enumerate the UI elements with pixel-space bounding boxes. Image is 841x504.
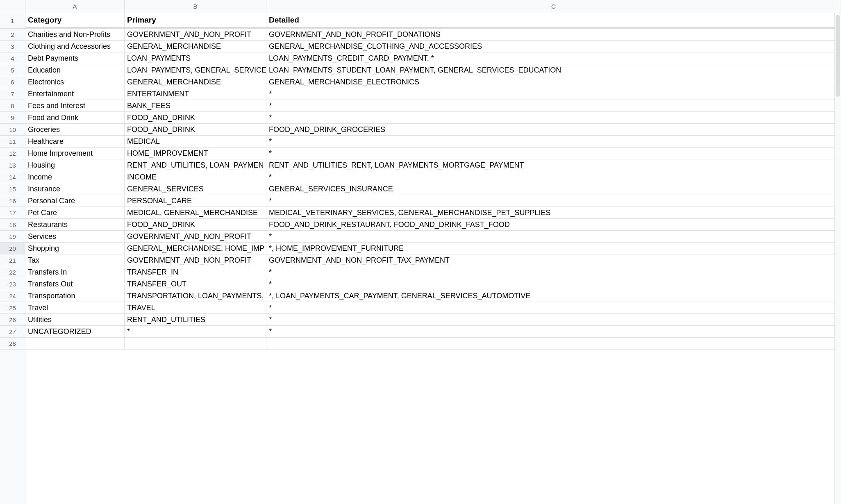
vertical-scrollbar[interactable] — [834, 13, 841, 504]
cell[interactable]: Shopping — [25, 243, 125, 254]
cell[interactable]: Restaurants — [25, 219, 125, 230]
cell[interactable]: MEDICAL, GENERAL_MERCHANDISE — [125, 207, 266, 218]
cell[interactable]: GOVERNMENT_AND_NON_PROFIT — [125, 254, 266, 266]
cell[interactable]: TRANSFER_OUT — [125, 278, 266, 290]
cell[interactable]: Housing — [25, 159, 125, 171]
cell[interactable]: MEDICAL — [125, 136, 266, 147]
cell[interactable]: TRAVEL — [125, 302, 266, 313]
row-header[interactable]: 18 — [0, 219, 25, 231]
cell[interactable]: RENT_AND_UTILITIES — [125, 314, 266, 325]
cell[interactable]: Pet Care — [25, 207, 125, 218]
cell[interactable]: LOAN_PAYMENTS_STUDENT_LOAN_PAYMENT, GENE… — [266, 64, 841, 76]
row-header[interactable]: 10 — [0, 124, 25, 136]
cell[interactable]: Transportation — [25, 290, 125, 302]
cell[interactable]: * — [266, 100, 841, 111]
cell[interactable]: Clothing and Accessories — [25, 41, 125, 52]
cell[interactable]: Travel — [25, 302, 125, 313]
cell[interactable]: * — [266, 302, 841, 313]
cell[interactable]: TRANSFER_IN — [125, 266, 266, 278]
cell[interactable]: * — [266, 195, 841, 207]
cell[interactable]: Education — [25, 64, 125, 76]
header-cell[interactable]: Category — [25, 13, 125, 27]
row-header[interactable]: 13 — [0, 159, 25, 171]
header-cell[interactable]: Detailed — [266, 13, 841, 27]
column-header-a[interactable]: A — [25, 0, 125, 13]
row-header[interactable]: 6 — [0, 76, 25, 88]
row-header[interactable]: 9 — [0, 112, 25, 124]
row-header[interactable]: 8 — [0, 100, 25, 112]
cell[interactable]: Personal Care — [25, 195, 125, 207]
cell[interactable] — [125, 338, 266, 349]
cell[interactable]: * — [266, 136, 841, 147]
cell[interactable]: BANK_FEES — [125, 100, 266, 111]
cell[interactable]: FOOD_AND_DRINK — [125, 124, 266, 135]
cell[interactable]: ENTERTAINMENT — [125, 88, 266, 100]
cell[interactable]: * — [266, 88, 841, 100]
cell[interactable]: MEDICAL_VETERINARY_SERVICES, GENERAL_MER… — [266, 207, 841, 218]
cell[interactable] — [266, 338, 841, 349]
cell[interactable]: GENERAL_MERCHANDISE — [125, 76, 266, 88]
row-header[interactable]: 14 — [0, 171, 25, 183]
row-header[interactable]: 7 — [0, 88, 25, 100]
row-header[interactable]: 21 — [0, 254, 25, 266]
row-header[interactable]: 26 — [0, 314, 25, 326]
cell[interactable]: Entertainment — [25, 88, 125, 100]
cell[interactable]: FOOD_AND_DRINK — [125, 219, 266, 230]
cell[interactable]: INCOME — [125, 171, 266, 183]
cell[interactable]: RENT_AND_UTILITIES_RENT, LOAN_PAYMENTS_M… — [266, 159, 841, 171]
cell[interactable]: Healthcare — [25, 136, 125, 147]
cell[interactable]: Charities and Non-Profits — [25, 29, 125, 40]
row-header[interactable]: 25 — [0, 302, 25, 314]
row-header[interactable]: 17 — [0, 207, 25, 219]
row-header[interactable]: 20 — [0, 243, 25, 254]
row-header[interactable]: 16 — [0, 195, 25, 207]
row-header[interactable]: 22 — [0, 266, 25, 278]
row-header[interactable]: 1 — [0, 13, 25, 29]
cell[interactable]: RENT_AND_UTILITIES, LOAN_PAYMEN — [125, 159, 266, 171]
row-header[interactable]: 5 — [0, 64, 25, 76]
row-header[interactable]: 12 — [0, 148, 25, 159]
column-header-b[interactable]: B — [125, 0, 266, 13]
cell[interactable]: GOVERNMENT_AND_NON_PROFIT_TAX_PAYMENT — [266, 254, 841, 266]
cell[interactable]: Tax — [25, 254, 125, 266]
cell[interactable]: UNCATEGORIZED — [25, 326, 125, 337]
column-header-c[interactable]: C — [266, 0, 841, 13]
cell[interactable]: GENERAL_SERVICES_INSURANCE — [266, 183, 841, 195]
cell[interactable]: *, LOAN_PAYMENTS_CAR_PAYMENT, GENERAL_SE… — [266, 290, 841, 302]
row-header[interactable]: 27 — [0, 326, 25, 338]
cell[interactable]: Services — [25, 231, 125, 242]
cell[interactable]: GOVERNMENT_AND_NON_PROFIT_DONATIONS — [266, 29, 841, 40]
row-header[interactable]: 15 — [0, 183, 25, 195]
cell[interactable]: GENERAL_MERCHANDISE_CLOTHING_AND_ACCESSO… — [266, 41, 841, 52]
cell[interactable]: GENERAL_SERVICES — [125, 183, 266, 195]
cell[interactable]: * — [266, 112, 841, 123]
cell[interactable]: LOAN_PAYMENTS, GENERAL_SERVICE — [125, 64, 266, 76]
row-header[interactable]: 23 — [0, 278, 25, 290]
row-header[interactable]: 3 — [0, 41, 25, 52]
cell[interactable]: * — [125, 326, 266, 337]
cell[interactable]: * — [266, 326, 841, 337]
select-all-corner[interactable] — [0, 0, 25, 13]
cell[interactable]: * — [266, 171, 841, 183]
row-header[interactable]: 28 — [0, 338, 25, 350]
cell[interactable]: GENERAL_MERCHANDISE_ELECTRONICS — [266, 76, 841, 88]
row-header[interactable]: 24 — [0, 290, 25, 302]
row-header[interactable]: 4 — [0, 52, 25, 64]
cell[interactable]: Fees and Interest — [25, 100, 125, 111]
cell[interactable]: LOAN_PAYMENTS — [125, 52, 266, 64]
cell[interactable]: Debt Payments — [25, 52, 125, 64]
cell[interactable]: GENERAL_MERCHANDISE — [125, 41, 266, 52]
row-header[interactable]: 2 — [0, 29, 25, 41]
cell[interactable]: Transfers In — [25, 266, 125, 278]
row-header[interactable]: 11 — [0, 136, 25, 148]
cell[interactable]: GOVERNMENT_AND_NON_PROFIT — [125, 231, 266, 242]
cell[interactable]: Income — [25, 171, 125, 183]
cell[interactable]: Electronics — [25, 76, 125, 88]
scrollbar-thumb[interactable] — [836, 15, 840, 97]
cell[interactable]: GENERAL_MERCHANDISE, HOME_IMP — [125, 243, 266, 254]
cell[interactable]: Utilities — [25, 314, 125, 325]
row-header[interactable]: 19 — [0, 231, 25, 243]
cell[interactable]: * — [266, 278, 841, 290]
cell[interactable]: * — [266, 266, 841, 278]
cell[interactable]: * — [266, 231, 841, 242]
